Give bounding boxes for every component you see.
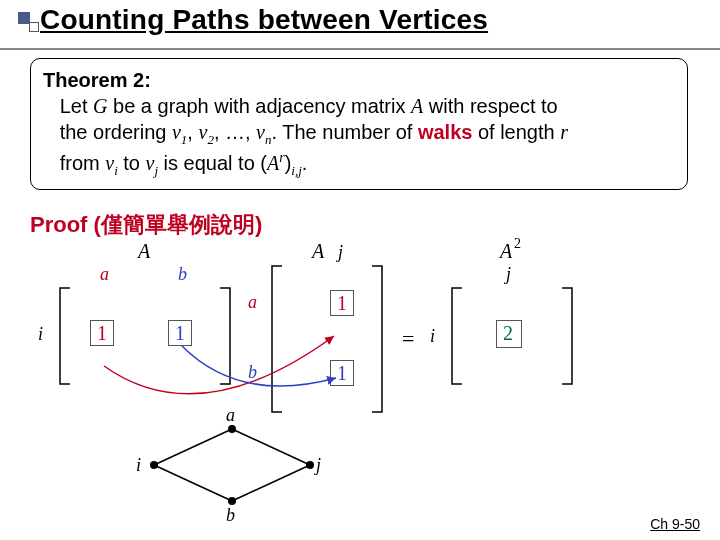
colhead-a: a xyxy=(100,264,109,285)
t1b: be a graph with adjacency matrix xyxy=(107,95,411,117)
t-walks: walks xyxy=(418,121,472,143)
graph-label-b: b xyxy=(226,505,235,526)
title-bullet xyxy=(18,12,38,34)
graph-label-j: j xyxy=(316,455,321,476)
cell-col-a: 1 xyxy=(337,292,347,315)
t3b: is equal to ( xyxy=(158,152,267,174)
t-vn: v xyxy=(256,121,265,143)
bracket-res-left xyxy=(450,286,464,386)
t-to: to xyxy=(118,152,146,174)
theorem-head: Theorem 2: xyxy=(43,69,151,91)
colhead-b: b xyxy=(178,264,187,285)
matrix-stage: A a b i 1 1 A j a b 1 1 = A2 j i 2 xyxy=(30,244,690,524)
t-r: r xyxy=(560,121,568,143)
page-footer: Ch 9-50 xyxy=(650,516,700,532)
title-rule xyxy=(0,48,720,50)
bracket-res-right xyxy=(560,286,574,386)
t2a: the ordering xyxy=(60,121,172,143)
t1c: with respect to xyxy=(423,95,558,117)
t-vi: v xyxy=(105,152,114,174)
t-period: . xyxy=(302,152,308,174)
collabel-j-right: j xyxy=(506,264,511,285)
t2c: of length xyxy=(472,121,560,143)
rowhead-a: a xyxy=(248,292,257,313)
t-dots: , …, xyxy=(214,121,256,143)
label-A-left: A xyxy=(138,240,150,263)
example-graph: i a b j xyxy=(150,419,350,529)
svg-line-3 xyxy=(232,465,310,501)
t-v1: v xyxy=(172,121,181,143)
rowlabel-i-right: i xyxy=(430,326,435,347)
t3a: from xyxy=(60,152,106,174)
proof-heading: Proof (僅簡單舉例說明) xyxy=(30,210,262,240)
svg-line-0 xyxy=(154,429,232,465)
t1a: Let xyxy=(60,95,93,117)
t-Ar: A xyxy=(267,152,279,174)
t-A: A xyxy=(411,95,423,117)
collabel-j-mid: j xyxy=(338,242,343,263)
cell-result: 2 xyxy=(503,322,513,345)
svg-line-1 xyxy=(154,465,232,501)
label-A2-sup: 2 xyxy=(514,236,521,252)
t-G: G xyxy=(93,95,107,117)
bracket-row-left xyxy=(58,286,72,386)
graph-label-a: a xyxy=(226,405,235,426)
t-c1: , xyxy=(187,121,198,143)
label-A-mid: A xyxy=(312,240,324,263)
label-A2: A xyxy=(500,240,512,263)
equals-sign: = xyxy=(402,326,414,352)
bracket-col-right xyxy=(370,264,384,414)
bullet-white-square xyxy=(29,22,39,32)
svg-line-2 xyxy=(232,429,310,465)
theorem-box: Theorem 2: Let G be a graph with adjacen… xyxy=(30,58,688,190)
page-title: Counting Paths between Vertices xyxy=(40,4,488,36)
graph-label-i: i xyxy=(136,455,141,476)
rowlabel-i-left: i xyxy=(38,324,43,345)
t2b: . The number of xyxy=(272,121,418,143)
arrow-b xyxy=(170,334,370,424)
t-ij: i,j xyxy=(291,163,301,178)
